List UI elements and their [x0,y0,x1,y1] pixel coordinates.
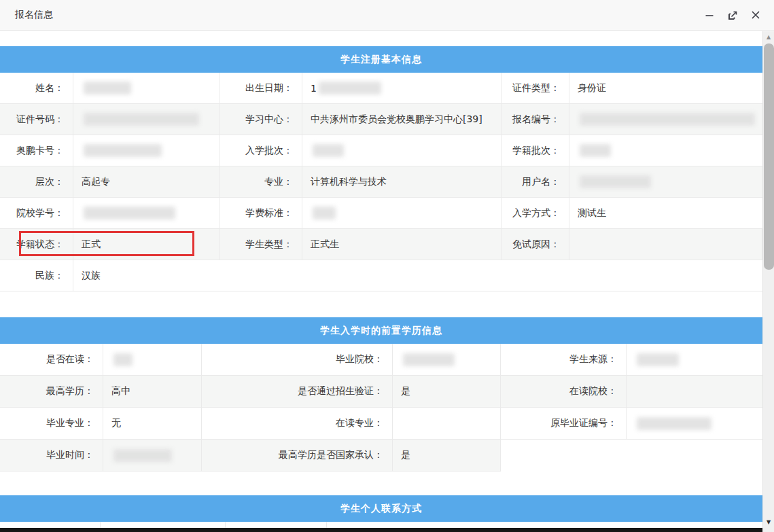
field-label: 学生类型： [219,229,302,260]
field-label: 民族： [0,260,73,291]
empty-area [501,440,762,472]
table-row: 民族：汉族 [0,260,762,291]
table-row: 是否在读：毕业院校：学生来源： [0,344,762,376]
redacted-value [84,207,175,219]
table-row: 奥鹏卡号：入学批次：学籍批次： [0,135,762,166]
field-value: 测试生 [569,198,762,229]
field-value: 正式 [73,229,219,260]
registration-info-dialog: 报名信息 学生注册基本信息 姓名：出生日期：1证件类型：身份证证件号码：学习中心… [0,0,774,532]
field-label: 在读专业： [202,408,393,440]
dialog-content: 学生注册基本信息 姓名：出生日期：1证件类型：身份证证件号码：学习中心：中共涿州… [0,31,762,532]
scrollbar-up-icon[interactable]: ▲ [763,31,774,43]
field-label: 免试原因： [502,229,569,260]
field-value [393,344,501,376]
close-icon[interactable] [750,9,762,21]
field-value [302,198,502,229]
field-label: 入学批次： [219,135,302,166]
redacted-value [313,144,344,157]
dialog-title: 报名信息 [15,9,53,21]
field-value: 中共涿州市委员会党校奥鹏学习中心[39] [302,104,502,135]
redacted-value [580,144,611,157]
minimize-icon[interactable] [703,9,716,21]
field-label: 毕业时间： [0,440,103,472]
table-row: 证件号码：学习中心：中共涿州市委员会党校奥鹏学习中心[39]报名编号： [0,104,762,135]
field-label: 在读院校： [501,376,627,408]
redacted-value [84,82,131,94]
field-label: 毕业院校： [202,344,393,376]
field-value: 无 [103,408,202,440]
field-value: 是 [393,376,501,408]
redacted-value [113,449,172,462]
field-value [73,73,219,104]
window-bottom-edge [0,528,762,532]
field-value: 是 [393,440,501,472]
scrollbar-down-icon[interactable]: ▼ [763,517,774,527]
field-label: 是否通过招生验证： [202,376,393,408]
field-label: 院校学号： [0,198,73,229]
table-row: 毕业专业：无在读专业：原毕业证编号： [0,408,762,440]
dialog-titlebar: 报名信息 [0,0,774,31]
section-header-basic-info: 学生注册基本信息 [0,46,762,73]
section-header-prior-education: 学生入学时的前置学历信息 [0,317,762,344]
field-label: 出生日期： [219,73,302,104]
table-row: 最高学历：高中是否通过招生验证：是在读院校： [0,376,762,408]
redacted-value [637,417,711,430]
prior-education-table: 是否在读：毕业院校：学生来源：最高学历：高中是否通过招生验证：是在读院校：毕业专… [0,344,762,472]
field-label: 最高学历： [0,376,103,408]
redacted-value [637,353,679,366]
field-value: 计算机科学与技术 [302,166,502,198]
field-label: 毕业专业： [0,408,103,440]
maximize-icon[interactable] [726,9,739,21]
field-value [627,408,762,440]
redacted-value [403,353,455,366]
field-value [569,104,762,135]
table-row: 学籍状态：正式学生类型：正式生免试原因： [0,229,762,260]
table-row: 院校学号：学费标准：入学方式：测试生 [0,198,762,229]
field-value: 汉族 [73,260,762,291]
field-label: 奥鹏卡号： [0,135,73,166]
field-label: 证件号码： [0,104,73,135]
field-label: 入学方式： [502,198,569,229]
section-header-contact-info: 学生个人联系方式 [0,495,762,522]
field-label: 是否在读： [0,344,103,376]
field-label: 学籍批次： [502,135,569,166]
field-value [627,344,762,376]
field-value: 高中 [103,376,202,408]
scrollbar[interactable]: ▲ ▼ [762,31,774,532]
field-label: 姓名： [0,73,73,104]
field-value [73,198,219,229]
field-value [302,135,502,166]
field-value [73,104,219,135]
field-value [73,135,219,166]
redacted-value [84,144,162,157]
field-label: 证件类型： [502,73,569,104]
table-row: 层次：高起专专业：计算机科学与技术用户名： [0,166,762,198]
field-value: 身份证 [569,73,762,104]
field-label: 最高学历是否国家承认： [202,440,393,472]
redacted-value [313,207,336,219]
field-label: 学生来源： [501,344,627,376]
field-label: 学费标准： [219,198,302,229]
field-value [627,376,762,408]
field-value [569,135,762,166]
redacted-value [319,82,381,94]
field-value [569,166,762,198]
basic-info-table: 姓名：出生日期：1证件类型：身份证证件号码：学习中心：中共涿州市委员会党校奥鹏学… [0,73,762,291]
field-label: 专业： [219,166,302,198]
field-label: 层次： [0,166,73,198]
field-label: 报名编号： [502,104,569,135]
redacted-value [580,175,651,188]
field-value [393,408,501,440]
window-controls [703,9,762,21]
scrollbar-thumb[interactable] [764,43,774,270]
field-label: 用户名： [502,166,569,198]
field-label: 原毕业证编号： [501,408,627,440]
field-value: 高起专 [73,166,219,198]
field-value [103,344,202,376]
table-row: 毕业时间：最高学历是否国家承认：是 [0,440,762,472]
redacted-value [84,113,199,126]
field-value [103,440,202,472]
field-value [569,229,762,260]
field-value: 正式生 [302,229,502,260]
redacted-value [113,353,133,366]
